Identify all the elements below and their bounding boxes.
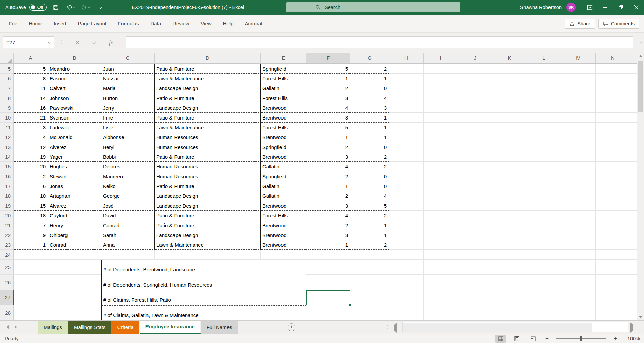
cell-L9[interactable] bbox=[527, 103, 561, 113]
cell-M22[interactable] bbox=[561, 230, 596, 240]
cell-G25[interactable] bbox=[350, 260, 389, 275]
cell-C15[interactable]: Delores bbox=[101, 162, 155, 172]
cell-C13[interactable]: Beryl bbox=[101, 142, 155, 152]
cell-E19[interactable]: Brentwood bbox=[261, 201, 306, 211]
cell-E21[interactable]: Brentwood bbox=[261, 220, 306, 230]
cell-F18[interactable]: 2 bbox=[306, 191, 350, 201]
select-all-corner[interactable] bbox=[0, 53, 14, 63]
cell-J20[interactable] bbox=[458, 211, 492, 220]
cell-D11[interactable]: Lawn & Maintenance bbox=[155, 123, 261, 132]
cell-D14[interactable]: Patio & Furniture bbox=[155, 152, 261, 162]
cell-H5[interactable] bbox=[389, 64, 424, 74]
cell-N17[interactable] bbox=[596, 181, 630, 191]
sheet-tab-mailings[interactable]: Mailings bbox=[38, 321, 68, 334]
add-sheet-button[interactable]: + bbox=[288, 323, 295, 331]
cell-F14[interactable]: 3 bbox=[306, 152, 350, 162]
cell-D28[interactable] bbox=[155, 305, 261, 320]
cell-K8[interactable] bbox=[492, 93, 527, 103]
row-header-15[interactable]: 15 bbox=[0, 162, 14, 172]
cell-I9[interactable] bbox=[424, 103, 458, 113]
insert-function-button[interactable]: fx bbox=[104, 36, 118, 48]
cell-E15[interactable]: Gallatin bbox=[261, 162, 306, 172]
cell-B28[interactable] bbox=[48, 305, 101, 320]
name-box[interactable]: F27 bbox=[3, 36, 54, 48]
cell-B10[interactable]: Svenson bbox=[48, 113, 101, 123]
cell-L17[interactable] bbox=[527, 181, 561, 191]
cell-G15[interactable]: 2 bbox=[350, 162, 389, 172]
close-button[interactable] bbox=[628, 0, 644, 15]
cell-M24[interactable] bbox=[561, 250, 596, 260]
scroll-right-button[interactable] bbox=[630, 325, 633, 331]
cell-F15[interactable]: 4 bbox=[306, 162, 350, 172]
cell-J10[interactable] bbox=[458, 113, 492, 123]
undo-button[interactable] bbox=[65, 2, 76, 13]
cell-M19[interactable] bbox=[561, 201, 596, 211]
cell-K26[interactable] bbox=[492, 275, 527, 290]
cell-G17[interactable]: 0 bbox=[350, 181, 389, 191]
cell-N15[interactable] bbox=[596, 162, 630, 172]
horizontal-scrollbar-thumb[interactable] bbox=[403, 323, 592, 332]
cell-D26[interactable] bbox=[155, 275, 261, 290]
cell-I26[interactable] bbox=[424, 275, 458, 290]
cell-F26[interactable] bbox=[306, 275, 350, 290]
cell-E23[interactable]: Brentwood bbox=[261, 240, 306, 250]
zoom-slider[interactable] bbox=[556, 338, 606, 339]
cell-D13[interactable]: Human Resources bbox=[155, 142, 261, 152]
cell-J18[interactable] bbox=[458, 191, 492, 201]
sheet-tab-criteria[interactable]: Criteria bbox=[111, 321, 139, 334]
column-header-a[interactable]: A bbox=[14, 53, 48, 63]
cell-A22[interactable]: 9 bbox=[14, 230, 48, 240]
cell-E18[interactable]: Gallatin bbox=[261, 191, 306, 201]
cell-B5[interactable]: Meandro bbox=[48, 64, 101, 74]
search-input[interactable] bbox=[325, 5, 426, 10]
cell-E11[interactable]: Forest Hills bbox=[261, 123, 306, 132]
cell-L16[interactable] bbox=[527, 172, 561, 181]
cell-M12[interactable] bbox=[561, 132, 596, 142]
cell-L18[interactable] bbox=[527, 191, 561, 201]
cell-N28[interactable] bbox=[596, 305, 630, 320]
cell-M15[interactable] bbox=[561, 162, 596, 172]
horizontal-scrollbar[interactable] bbox=[402, 322, 628, 332]
cell-N20[interactable] bbox=[596, 211, 630, 220]
cell-B18[interactable]: Artagnan bbox=[48, 191, 101, 201]
cell-E14[interactable]: Brentwood bbox=[261, 152, 306, 162]
cell-K28[interactable] bbox=[492, 305, 527, 320]
cell-L20[interactable] bbox=[527, 211, 561, 220]
cell-H23[interactable] bbox=[389, 240, 424, 250]
cell-C9[interactable]: Jerry bbox=[101, 103, 155, 113]
cell-M27[interactable] bbox=[561, 290, 596, 305]
cell-L22[interactable] bbox=[527, 230, 561, 240]
cell-B17[interactable]: Jonas bbox=[48, 181, 101, 191]
row-header-18[interactable]: 18 bbox=[0, 191, 14, 201]
cell-C18[interactable]: George bbox=[101, 191, 155, 201]
row-header-17[interactable]: 17 bbox=[0, 181, 14, 191]
cell-J16[interactable] bbox=[458, 172, 492, 181]
cell-L12[interactable] bbox=[527, 132, 561, 142]
cell-K16[interactable] bbox=[492, 172, 527, 181]
cell-F16[interactable]: 2 bbox=[306, 172, 350, 181]
cell-A24[interactable] bbox=[14, 250, 48, 260]
cell-E20[interactable]: Forest Hills bbox=[261, 211, 306, 220]
cell-K20[interactable] bbox=[492, 211, 527, 220]
cell-D16[interactable]: Human Resources bbox=[155, 172, 261, 181]
cell-K14[interactable] bbox=[492, 152, 527, 162]
row-header-26[interactable]: 26 bbox=[0, 275, 14, 290]
cell-B27[interactable] bbox=[48, 290, 101, 305]
cell-I24[interactable] bbox=[424, 250, 458, 260]
cell-E26[interactable] bbox=[261, 275, 306, 290]
cell-H28[interactable] bbox=[389, 305, 424, 320]
cell-I18[interactable] bbox=[424, 191, 458, 201]
cell-B13[interactable]: Alverez bbox=[48, 142, 101, 152]
cell-L11[interactable] bbox=[527, 123, 561, 132]
cell-M6[interactable] bbox=[561, 74, 596, 83]
cell-E12[interactable]: Brentwood bbox=[261, 132, 306, 142]
cell-I14[interactable] bbox=[424, 152, 458, 162]
cell-F25[interactable] bbox=[306, 260, 350, 275]
cell-F5[interactable]: 5 bbox=[306, 64, 350, 74]
sheet-tab-employee-insurance[interactable]: Employee Insurance bbox=[140, 321, 201, 334]
save-button[interactable] bbox=[50, 2, 61, 13]
cell-B22[interactable]: Ohlberg bbox=[48, 230, 101, 240]
ribbon-tab-page-layout[interactable]: Page Layout bbox=[72, 15, 112, 32]
cell-J8[interactable] bbox=[458, 93, 492, 103]
zoom-level[interactable]: 100% bbox=[624, 336, 640, 341]
